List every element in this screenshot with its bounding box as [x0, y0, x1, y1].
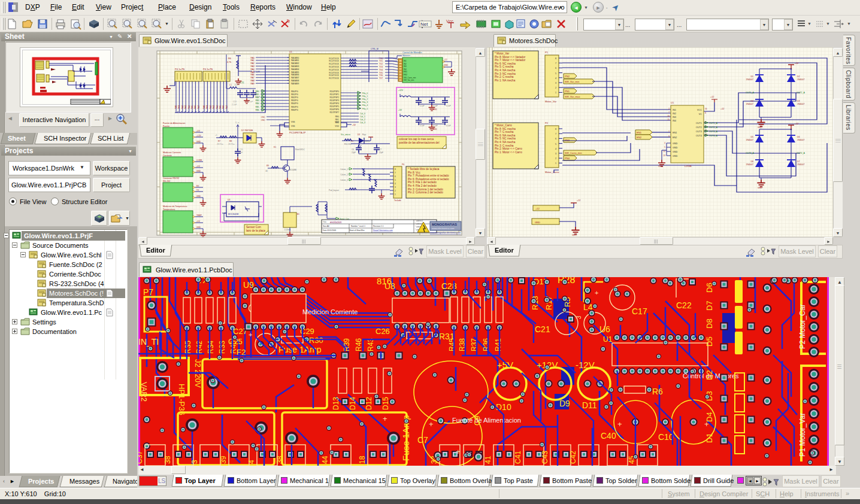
svg-text:RB3/PG: RB3/PG [291, 99, 298, 102]
svg-text:C40: C40 [601, 431, 616, 441]
svg-text:C22: C22 [676, 300, 692, 310]
svg-text:GND: GND [658, 165, 663, 168]
svg-text:RB5: RB5 [255, 106, 259, 108]
svg-text:Revision 1.1: Revision 1.1 [373, 225, 384, 227]
svg-text:+: + [249, 331, 252, 338]
svg-text:IN2: IN2 [673, 113, 676, 115]
svg-text:Fila_1: Fila_1 [362, 95, 368, 98]
svg-text:RB2: RB2 [255, 96, 259, 99]
svg-text:Pin 8: NC mecha: Pin 8: NC mecha [495, 127, 516, 130]
svg-text:OUT3_A: OUT3_A [746, 152, 755, 154]
svg-text:+5V: +5V [196, 130, 201, 132]
svg-text:Temperatura: Temperatura [163, 208, 175, 211]
svg-text:Colum_3: Colum_3 [340, 179, 348, 181]
svg-text:2: 2 [668, 108, 670, 110]
svg-text:RB4: RB4 [255, 102, 259, 105]
svg-text:EN2: EN2 [637, 136, 642, 139]
svg-text:GND: GND [196, 195, 201, 198]
svg-text:OSC: OSC [261, 116, 266, 119]
svg-text:PA5: PA5 [191, 105, 193, 109]
svg-text:VAR2: VAR2 [140, 382, 149, 402]
svg-text:Colum_1: Colum_1 [340, 168, 348, 171]
svg-text:RD7/PSP7: RD7/PSP7 [330, 111, 340, 114]
svg-text:PA6: PA6 [222, 105, 225, 109]
svg-text:3: 3 [190, 460, 199, 464]
svg-text:C10: C10 [658, 432, 674, 442]
svg-text:+: + [383, 414, 387, 423]
svg-text:MONOGRAFIAS: MONOGRAFIAS [432, 223, 457, 226]
svg-text:Pin 2: Motor <-> Carro: Pin 2: Motor <-> Carro [495, 147, 522, 150]
svg-text:P4 1x7N: P4 1x7N [203, 68, 213, 71]
svg-text:RA0/AN0: RA0/AN0 [291, 57, 299, 59]
svg-text:RS-232: RS-232 [163, 180, 170, 183]
svg-text:RA8/AN8: RA8/AN8 [291, 80, 299, 82]
svg-text:Pin 6: NA mecha: Pin 6: NA mecha [495, 134, 516, 137]
svg-text:Drawn*electronica.com: Drawn*electronica.com [373, 229, 393, 232]
svg-text:RC1/TX/CK: RC1/TX/CK [329, 60, 340, 62]
svg-text:PN1: PN1 [565, 90, 570, 93]
svg-text:+12: +12 [720, 108, 724, 110]
svg-text:* Teclado libre de la placa: * Teclado libre de la placa [408, 168, 440, 171]
svg-text:12: 12 [663, 150, 665, 153]
svg-text:PA6: PA6 [194, 105, 196, 109]
svg-text:U1: U1 [289, 51, 292, 53]
svg-text:Corriente: Corriente [163, 154, 172, 157]
svg-text:44: 44 [321, 456, 329, 464]
svg-text:D1: D1 [750, 75, 753, 78]
svg-text:Number *.evo1.1: Number *.evo1.1 [351, 225, 365, 227]
svg-text:+: + [595, 289, 598, 296]
svg-text:38: 38 [163, 456, 172, 464]
svg-text:C15: C15 [240, 148, 243, 151]
svg-text:Fuente: Fuente [163, 125, 169, 127]
svg-text:Pin 3: C mecha: Pin 3: C mecha [495, 144, 514, 147]
svg-text:RB6: RB6 [255, 109, 259, 111]
svg-text:TX3: TX3 [379, 66, 383, 68]
svg-text:GND: GND [673, 147, 678, 149]
svg-text:D5: D5 [705, 336, 714, 347]
svg-text:U6: U6 [599, 324, 610, 334]
svg-text:RB0/PG: RB0/PG [291, 90, 298, 93]
svg-text:RA2: RA2 [250, 62, 255, 65]
svg-text:P6: P6 [402, 163, 404, 166]
svg-text:RE1: RE1 [335, 119, 339, 121]
svg-text:+12V: +12V [398, 89, 404, 92]
svg-text:1N4007: 1N4007 [797, 139, 805, 141]
svg-text:2K7/1w: 2K7/1w [217, 143, 223, 145]
svg-text:SW_Var_min: SW_Var_min [404, 79, 414, 81]
svg-text:Medicion de Temperatura: Medicion de Temperatura [163, 205, 187, 208]
svg-text:1N4007: 1N4007 [797, 103, 805, 105]
svg-text:IN_TI: IN_TI [138, 337, 159, 347]
svg-text:+: + [456, 447, 461, 456]
svg-text:P4 1x7N: P4 1x7N [175, 68, 184, 71]
svg-text:3: 3 [555, 153, 556, 155]
svg-text:GND: GND [196, 141, 201, 143]
svg-text:+12: +12 [444, 59, 447, 61]
svg-text:Fuente de Alimentacion: Fuente de Alimentacion [452, 417, 521, 424]
svg-text:TX2: TX2 [379, 63, 383, 65]
svg-text:Pin 6: NC mecha: Pin 6: NC mecha [495, 62, 516, 65]
svg-text:R39: R39 [343, 338, 351, 351]
svg-text:RC7/TX/CK: RC7/TX/CK [329, 77, 340, 80]
svg-text:16: 16 [705, 108, 707, 110]
svg-text:Title: Title [323, 221, 326, 223]
svg-text:P1 Motor_Var: P1 Motor_Var [798, 413, 807, 457]
svg-text:GND: GND [673, 142, 678, 145]
svg-text:GND: GND [572, 234, 577, 236]
svg-text:TX7: TX7 [379, 77, 383, 80]
svg-text:RA1/AN1: RA1/AN1 [291, 59, 299, 62]
svg-text:RA9/AN9: RA9/AN9 [291, 83, 299, 85]
svg-text:PA2: PA2 [181, 105, 184, 109]
svg-text:EN1: EN1 [637, 131, 642, 134]
svg-text:EN2: EN2 [673, 136, 677, 139]
svg-text:RC4/TX/CK: RC4/TX/CK [329, 69, 340, 71]
svg-text:Pin 2: Columna 2 del teclado: Pin 2: Columna 2 del teclado [408, 191, 443, 194]
svg-text:5: 5 [555, 72, 556, 75]
svg-text:EN1: EN1 [404, 71, 407, 73]
svg-text:Control de Motores: Control de Motores [402, 51, 422, 54]
svg-text:R34: R34 [207, 341, 215, 354]
svg-text:D12: D12 [365, 397, 373, 410]
svg-text:U3: U3 [228, 199, 230, 201]
svg-text:Colum_2: Colum_2 [340, 174, 348, 176]
svg-text:6: 6 [395, 175, 396, 178]
svg-text:4.7k: 4.7k [227, 61, 231, 63]
